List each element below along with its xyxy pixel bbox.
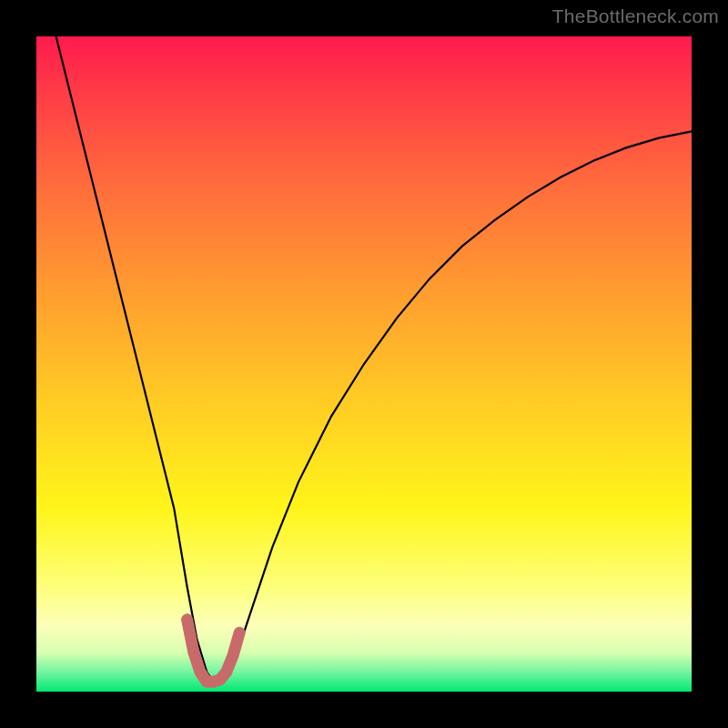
curve-svg [36,36,692,692]
bottleneck-curve [56,36,692,682]
plot-area [36,36,692,692]
chart-frame: TheBottleneck.com [0,0,728,728]
highlight-region [187,620,240,682]
watermark-text: TheBottleneck.com [552,5,719,27]
